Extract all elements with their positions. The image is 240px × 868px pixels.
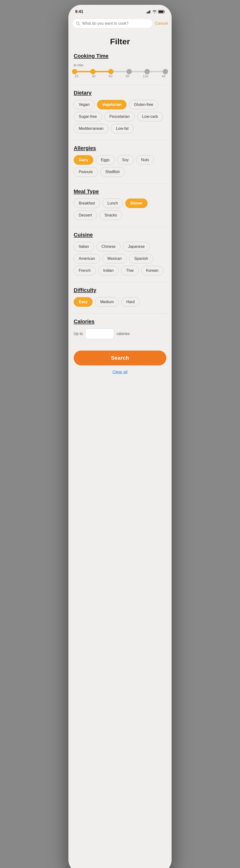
svg-rect-2 bbox=[149, 11, 149, 13]
svg-line-7 bbox=[79, 24, 80, 25]
tag-thai[interactable]: Thai bbox=[121, 266, 138, 275]
slider-label-120: 120 bbox=[143, 74, 148, 78]
difficulty-tags: EasyMediumHard bbox=[74, 297, 166, 307]
svg-rect-3 bbox=[150, 10, 150, 13]
slider-label-90: 90 bbox=[126, 74, 130, 78]
tag-eggs[interactable]: Eggs bbox=[96, 155, 114, 165]
tag-low-fat[interactable]: Low-fat bbox=[111, 124, 133, 133]
tag-shellfish[interactable]: Shellfish bbox=[100, 167, 125, 177]
tag-spanish[interactable]: Spanish bbox=[129, 254, 153, 264]
slider-label-15: 15 bbox=[75, 74, 78, 78]
tag-nuts[interactable]: Nuts bbox=[136, 155, 154, 165]
wifi-icon bbox=[152, 10, 157, 13]
slider-wrap[interactable]: 15 30 60 90 120 All bbox=[75, 71, 165, 78]
slider-dot-120[interactable] bbox=[144, 69, 150, 74]
tag-dinner[interactable]: Dinner bbox=[125, 198, 148, 208]
divider-5 bbox=[74, 282, 166, 282]
slider-dot-15[interactable] bbox=[72, 69, 77, 74]
status-time: 9:41 bbox=[75, 9, 83, 14]
slider-label-60: 60 bbox=[109, 74, 112, 78]
tag-indian[interactable]: Indian bbox=[98, 266, 119, 275]
tag-hard[interactable]: Hard bbox=[121, 297, 140, 307]
tag-italian[interactable]: Italian bbox=[74, 242, 94, 251]
tag-sugar-free[interactable]: Sugar-free bbox=[74, 112, 102, 121]
slider-track[interactable] bbox=[75, 71, 165, 72]
meal-type-title: Meal Type bbox=[74, 188, 166, 195]
search-button[interactable]: Search bbox=[74, 350, 166, 365]
slider-labels: 15 30 60 90 120 All bbox=[75, 74, 165, 78]
tag-japanese[interactable]: Japanese bbox=[123, 242, 150, 251]
difficulty-title: Difficulty bbox=[74, 287, 166, 293]
dietary-tags: VeganVegetarianGluten-freeSugar-freePesc… bbox=[74, 100, 166, 133]
calories-section: Calories Up to calories bbox=[74, 318, 166, 339]
tag-mediterranean[interactable]: Mediterranean bbox=[74, 124, 108, 133]
page-title: Filter bbox=[74, 31, 166, 53]
cooking-time-section: Cooking Time in min 15 30 60 90 bbox=[74, 53, 166, 78]
search-input-wrap[interactable] bbox=[72, 19, 153, 28]
slider-label-all: All bbox=[162, 74, 165, 78]
divider-3 bbox=[74, 183, 166, 184]
cuisine-tags: ItalianChineseJapaneseAmericanMexicanSpa… bbox=[74, 242, 166, 275]
clear-all-button[interactable]: Clear all bbox=[74, 370, 166, 374]
signal-icon bbox=[146, 10, 151, 13]
status-bar: 9:41 bbox=[69, 5, 171, 17]
phone-frame: 9:41 bbox=[69, 5, 171, 868]
battery-icon bbox=[158, 10, 165, 13]
tag-easy[interactable]: Easy bbox=[74, 297, 92, 307]
slider-label-30: 30 bbox=[92, 74, 96, 78]
divider-4 bbox=[74, 227, 166, 227]
tag-lunch[interactable]: Lunch bbox=[103, 198, 123, 208]
search-bar-row: Cancel bbox=[69, 17, 171, 31]
tag-mexican[interactable]: Mexican bbox=[103, 254, 127, 264]
status-icons bbox=[146, 10, 165, 13]
tag-breakfast[interactable]: Breakfast bbox=[74, 198, 100, 208]
slider-dot-90[interactable] bbox=[127, 69, 132, 74]
tag-vegetarian[interactable]: Vegetarian bbox=[97, 100, 127, 110]
tag-snacks[interactable]: Snacks bbox=[99, 211, 122, 220]
tag-peanuts[interactable]: Peanuts bbox=[74, 167, 98, 177]
tag-medium[interactable]: Medium bbox=[95, 297, 119, 307]
tag-pescetarian[interactable]: Pescetarian bbox=[104, 112, 135, 121]
tag-vegan[interactable]: Vegan bbox=[74, 100, 95, 110]
cooking-time-subtitle: in min bbox=[74, 63, 166, 67]
slider-dot-60[interactable] bbox=[108, 69, 113, 74]
svg-rect-0 bbox=[146, 12, 148, 13]
tag-low-carb[interactable]: Low-carb bbox=[137, 112, 163, 121]
calories-prefix: Up to bbox=[74, 332, 83, 336]
search-icon bbox=[76, 21, 80, 26]
tag-korean[interactable]: Korean bbox=[141, 266, 164, 275]
cuisine-title: Cuisine bbox=[74, 232, 166, 238]
tag-soy[interactable]: Soy bbox=[117, 155, 134, 165]
meal-type-section: Meal Type BreakfastLunchDinnerDessertSna… bbox=[74, 188, 166, 220]
cuisine-section: Cuisine ItalianChineseJapaneseAmericanMe… bbox=[74, 232, 166, 275]
tag-french[interactable]: French bbox=[74, 266, 96, 275]
calories-row: Up to calories bbox=[74, 329, 166, 339]
dietary-section: Dietary VeganVegetarianGluten-freeSugar-… bbox=[74, 90, 166, 133]
allergies-tags: DairyEggsSoyNutsPeanutsShellfish bbox=[74, 155, 166, 177]
divider-6 bbox=[74, 313, 166, 314]
search-input[interactable] bbox=[82, 21, 149, 26]
difficulty-section: Difficulty EasyMediumHard bbox=[74, 287, 166, 307]
tag-dairy[interactable]: Dairy bbox=[74, 155, 94, 165]
dietary-title: Dietary bbox=[74, 90, 166, 96]
allergies-title: Allergies bbox=[74, 145, 166, 151]
calories-title: Calories bbox=[74, 318, 166, 325]
calories-input[interactable] bbox=[85, 329, 114, 339]
svg-rect-5 bbox=[159, 11, 163, 13]
main-content: Filter Cooking Time in min 15 30 bbox=[69, 31, 171, 384]
slider-dot-30[interactable] bbox=[90, 69, 96, 74]
meal-type-tags: BreakfastLunchDinnerDessertSnacks bbox=[74, 198, 166, 220]
slider-dot-all[interactable] bbox=[163, 69, 168, 74]
cancel-button[interactable]: Cancel bbox=[155, 21, 168, 26]
tag-chinese[interactable]: Chinese bbox=[97, 242, 121, 251]
cooking-time-title: Cooking Time bbox=[74, 53, 166, 59]
calories-suffix: calories bbox=[116, 332, 130, 336]
svg-rect-1 bbox=[148, 11, 148, 13]
allergies-section: Allergies DairyEggsSoyNutsPeanutsShellfi… bbox=[74, 145, 166, 177]
tag-american[interactable]: American bbox=[74, 254, 100, 264]
tag-dessert[interactable]: Dessert bbox=[74, 211, 97, 220]
tag-gluten-free[interactable]: Gluten-free bbox=[129, 100, 158, 110]
